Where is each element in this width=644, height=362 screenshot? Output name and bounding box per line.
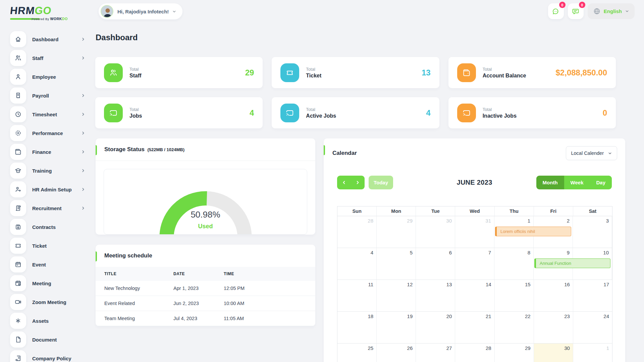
day-number: 29 — [525, 345, 531, 351]
calendar-day-cell[interactable]: 24 — [573, 312, 612, 343]
sidebar-item-hr-admin-setup[interactable]: HR Admin Setup — [10, 181, 86, 197]
calendar-day-cell[interactable]: 19 — [377, 312, 416, 343]
stat-label: Inactive Jobs — [483, 113, 517, 119]
sidebar-item-contracts[interactable]: Contracts — [10, 219, 86, 235]
calendar-week-2: 45678910Annual Function — [337, 248, 612, 280]
calendar-day-cell[interactable]: 16 — [534, 280, 573, 311]
calendar-day-cell[interactable]: 25 — [337, 344, 377, 362]
sidebar-item-label: Finance — [32, 149, 81, 155]
stat-card-ticket: TotalTicket13 — [272, 57, 439, 88]
storage-gauge-panel: 50.98% Used — [104, 169, 307, 235]
meeting-card-header: Meeting schedule — [96, 245, 315, 267]
calendar-prev-button[interactable] — [337, 176, 351, 189]
calendar-day-cell[interactable]: 1 — [573, 344, 612, 362]
sidebar-item-performance[interactable]: Performance — [10, 125, 86, 141]
calendar-view-week[interactable]: Week — [564, 176, 590, 189]
sidebar-item-event[interactable]: Event — [10, 256, 86, 273]
calendar-next-button[interactable] — [351, 176, 365, 189]
page-title: Dashboard — [96, 33, 635, 42]
calendar-view-month[interactable]: Month — [536, 176, 564, 189]
day-header-mon: Mon — [377, 206, 416, 216]
calendar-day-cell[interactable]: 14 — [455, 280, 494, 311]
sidebar-item-zoom-meeting[interactable]: Zoom Meeting — [10, 294, 86, 310]
main-content: Dashboard TotalStaff29TotalTicket13Total… — [96, 0, 635, 362]
stat-value: 0 — [603, 108, 607, 118]
calendar-day-cell[interactable]: 4 — [337, 248, 377, 280]
certificate-icon — [14, 355, 22, 362]
storage-gauge: 50.98% Used — [155, 185, 256, 235]
calendar-day-cell[interactable]: 30 — [416, 216, 455, 248]
cast-icon-box — [280, 104, 299, 122]
calendar-day-cell[interactable]: 31 — [455, 216, 494, 248]
wallet-icon — [462, 68, 471, 77]
sidebar-item-label: Company Policy — [32, 356, 86, 361]
sidebar-item-company-policy[interactable]: Company Policy — [10, 350, 86, 362]
calendar-view-day[interactable]: Day — [590, 176, 612, 189]
chevron-right-icon — [81, 187, 86, 192]
calendar-today-button[interactable]: Today — [369, 176, 393, 189]
calendar-day-cell[interactable]: 21 — [455, 312, 494, 343]
sidebar-item-label: Employee — [32, 74, 86, 80]
calendar-day-cell[interactable]: 13 — [416, 280, 455, 311]
stat-prefix: Total — [306, 107, 336, 112]
calendar-day-cell[interactable]: 29 — [495, 344, 534, 362]
calendar-day-cell[interactable]: 20 — [416, 312, 455, 343]
calendar-day-cell[interactable]: 11 — [337, 280, 377, 311]
calendar-event-icon-box — [10, 275, 26, 291]
day-number: 19 — [407, 313, 413, 319]
calendar-event[interactable]: Lorem officiis nihil — [495, 227, 571, 236]
calendar-day-cell[interactable]: 28 — [455, 344, 494, 362]
sidebar-item-recruitment[interactable]: Recruitment — [10, 200, 86, 216]
calendar-week-5: 2526272829301 — [337, 344, 612, 362]
calendar-day-cell[interactable]: 29 — [377, 216, 416, 248]
cast-icon-box — [104, 104, 123, 122]
calendar-source-select[interactable]: Local Calender — [566, 146, 617, 160]
stat-prefix: Total — [483, 107, 517, 112]
calendar-day-cell[interactable]: 30 — [534, 344, 573, 362]
sidebar-item-label: Assets — [32, 318, 86, 324]
calendar-day-cell[interactable]: 12 — [377, 280, 416, 311]
sidebar-item-dashboard[interactable]: Dashboard — [10, 31, 86, 47]
day-number: 11 — [368, 282, 374, 287]
sidebar-item-assets[interactable]: Assets — [10, 313, 86, 329]
cast-icon-box — [457, 104, 476, 122]
calendar-day-cell[interactable]: 28 — [337, 216, 377, 248]
app-logo[interactable]: HRMGO Powered By WORKDO — [10, 5, 64, 20]
calendar-day-cell[interactable]: 27 — [416, 344, 455, 362]
calendar-day-cell[interactable]: 5 — [377, 248, 416, 280]
sidebar-item-finance[interactable]: Finance — [10, 144, 86, 160]
ticket-icon — [14, 242, 22, 249]
meeting-time: 11:05 AM — [224, 316, 315, 321]
calendar-source-value: Local Calender — [571, 150, 604, 156]
calendar-day-cell[interactable]: 22 — [495, 312, 534, 343]
calendar-day-cell[interactable]: 26 — [377, 344, 416, 362]
day-number: 2 — [567, 218, 570, 224]
meeting-title: Team Meeting — [96, 316, 173, 321]
sidebar-item-payroll[interactable]: Payroll — [10, 87, 86, 104]
file-icon-box — [10, 331, 26, 348]
sidebar-item-document[interactable]: Document — [10, 331, 86, 348]
user-icon-box — [10, 69, 26, 85]
stat-label: Jobs — [129, 113, 142, 119]
calendar-event[interactable]: Annual Function — [534, 258, 610, 268]
calendar-day-cell[interactable]: 6 — [416, 248, 455, 280]
calendar-day-cell[interactable]: 18 — [337, 312, 377, 343]
calendar-day-cell[interactable]: 17 — [573, 280, 612, 311]
sidebar-item-employee[interactable]: Employee — [10, 69, 86, 85]
calendar-day-cell[interactable]: 7 — [455, 248, 494, 280]
sidebar-item-training[interactable]: Training — [10, 163, 86, 179]
sidebar-item-timesheet[interactable]: Timesheet — [10, 106, 86, 122]
day-header-wed: Wed — [455, 206, 494, 216]
users-icon-box — [104, 63, 123, 82]
sidebar-item-ticket[interactable]: Ticket — [10, 238, 86, 254]
sidebar-item-staff[interactable]: Staff — [10, 50, 86, 66]
chevron-right-icon — [81, 93, 86, 98]
user-plus-icon — [14, 186, 22, 193]
calendar-day-cell[interactable]: 3 — [573, 216, 612, 248]
sidebar-item-meeting[interactable]: Meeting — [10, 275, 86, 291]
calendar-day-cell[interactable]: 8 — [494, 248, 534, 280]
calendar-day-cell[interactable]: 23 — [534, 312, 573, 343]
calendar-event-icon — [14, 280, 22, 287]
calendar-day-cell[interactable]: 15 — [495, 280, 534, 311]
chevron-right-icon — [81, 206, 86, 210]
